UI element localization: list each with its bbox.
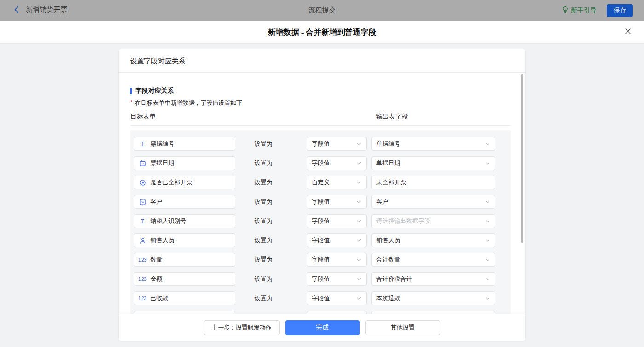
value-mode-label: 字段值 xyxy=(312,217,330,225)
chevron-down-icon xyxy=(485,160,490,166)
target-field-label: 数量 xyxy=(150,256,162,264)
output-field-select[interactable]: 单据日期 xyxy=(371,156,495,170)
set-as-label: 设置为 xyxy=(245,195,282,209)
value-mode-label: 字段值 xyxy=(312,140,330,148)
output-field-label: 合计数量 xyxy=(376,256,400,264)
output-field-label: 合计价税合计 xyxy=(376,275,412,283)
column-output-field: 输出表字段 xyxy=(376,113,408,121)
output-field-label: 未全部开票 xyxy=(376,178,406,187)
output-field-select[interactable] xyxy=(371,311,495,314)
dialog-body: 设置字段对应关系 字段对应关系 *在目标表单中新增数据，字段值设置如下 目标表单… xyxy=(0,44,644,347)
chevron-down-icon xyxy=(356,160,362,166)
dialog-header: 新增数据 - 合并新增到普通字段 xyxy=(0,21,644,44)
value-mode-label: 字段值 xyxy=(312,236,330,245)
chevron-down-icon xyxy=(356,141,362,147)
target-field-label: 金额 xyxy=(150,275,162,283)
column-headers: 目标表单 输出表字段 xyxy=(130,113,511,122)
mapping-row: 客户 设置为 字段值 客户 xyxy=(130,195,511,209)
chevron-down-icon xyxy=(485,199,490,205)
svg-text:7: 7 xyxy=(142,162,144,165)
header-divider xyxy=(130,125,511,126)
vertical-scrollbar[interactable] xyxy=(521,74,523,243)
target-field: T 票据编号 xyxy=(134,137,235,151)
section-heading: 字段对应关系 xyxy=(130,87,174,95)
value-mode-select[interactable]: 字段值 xyxy=(307,291,367,305)
number-field-icon: 123 xyxy=(139,296,146,301)
save-button[interactable]: 保存 xyxy=(607,4,633,17)
previous-step-button[interactable]: 上一步：设置触发动作 xyxy=(204,320,280,335)
set-as-label: 设置为 xyxy=(245,137,282,151)
top-navbar: 新增销货开票 流程提交 新手引导 保存 xyxy=(0,0,644,21)
card-footer: 上一步：设置触发动作 完成 其他设置 xyxy=(119,314,525,341)
target-field-label: 票据日期 xyxy=(150,159,174,167)
output-field-select[interactable]: 本次退款 xyxy=(371,291,495,305)
value-mode-select[interactable] xyxy=(307,311,367,314)
target-field: 7 票据日期 xyxy=(134,156,235,170)
radio-field-icon xyxy=(139,179,146,186)
chevron-down-icon xyxy=(356,296,362,301)
output-field-label: 销售人员 xyxy=(376,236,400,245)
target-field-label: 销售人员 xyxy=(150,236,174,245)
chevron-down-icon xyxy=(485,218,490,224)
target-field: T 纳税人识别号 xyxy=(134,214,235,228)
beginner-guide-link[interactable]: 新手引导 xyxy=(562,6,597,15)
chevron-down-icon xyxy=(356,180,362,185)
chevron-down-icon xyxy=(356,218,362,224)
column-target-form: 目标表单 xyxy=(130,113,156,121)
value-mode-select[interactable]: 字段值 xyxy=(307,272,367,286)
chevron-down-icon xyxy=(356,199,362,205)
chevron-down-icon xyxy=(356,276,362,282)
output-field-label: 请选择输出数据字段 xyxy=(376,217,430,225)
mapping-row: T 票据编号 设置为 字段值 单据编号 xyxy=(130,137,511,151)
section-title: 字段对应关系 xyxy=(135,87,174,95)
navbar-right: 新手引导 保存 xyxy=(562,0,633,21)
mapping-row: 是否已全部开票 设置为 自定义 未全部开票 xyxy=(130,176,511,189)
output-field-select[interactable]: 客户 xyxy=(371,195,495,209)
mapping-row: 销售人员 设置为 字段值 销售人员 xyxy=(130,233,511,247)
date-field-icon: 7 xyxy=(139,160,146,167)
chevron-down-icon xyxy=(485,257,490,262)
text-field-icon: T xyxy=(139,141,146,148)
card-header-title: 设置字段对应关系 xyxy=(130,49,185,73)
mapping-row xyxy=(130,311,511,314)
screen: 新增销货开票 流程提交 新手引导 保存 新增数据 - 合并新增到普通字段 xyxy=(0,0,644,347)
chevron-down-icon xyxy=(485,276,490,282)
value-mode-label: 自定义 xyxy=(312,178,330,187)
output-field-label: 本次退款 xyxy=(376,294,400,302)
value-mode-select[interactable]: 字段值 xyxy=(307,253,367,267)
target-field-label: 是否已全部开票 xyxy=(150,178,192,187)
select-field-icon xyxy=(139,199,146,205)
other-settings-button[interactable]: 其他设置 xyxy=(365,320,440,335)
target-field: 123 已收款 xyxy=(134,291,235,305)
output-field-select[interactable]: 销售人员 xyxy=(371,233,495,247)
value-mode-select[interactable]: 自定义 xyxy=(307,176,367,189)
lightbulb-icon xyxy=(562,6,569,15)
value-mode-select[interactable]: 字段值 xyxy=(307,156,367,170)
output-field-label: 单据日期 xyxy=(376,159,400,167)
value-mode-select[interactable]: 字段值 xyxy=(307,233,367,247)
output-field-select[interactable]: 单据编号 xyxy=(371,137,495,151)
value-mode-label: 字段值 xyxy=(312,198,330,206)
value-mode-label: 字段值 xyxy=(312,159,330,167)
target-field: 123 金额 xyxy=(134,272,235,286)
user-field-icon xyxy=(139,237,146,244)
navbar-center-title: 流程提交 xyxy=(0,6,644,15)
set-as-label: 设置为 xyxy=(245,233,282,247)
value-mode-select[interactable]: 字段值 xyxy=(307,214,367,228)
value-mode-select[interactable]: 字段值 xyxy=(307,137,367,151)
number-field-icon: 123 xyxy=(139,257,146,262)
output-field-select[interactable]: 合计价税合计 xyxy=(371,272,495,286)
output-field-select[interactable]: 合计数量 xyxy=(371,253,495,267)
done-button[interactable]: 完成 xyxy=(285,320,360,335)
mapping-row: 123 已收款 设置为 字段值 本次退款 xyxy=(130,291,511,305)
value-mode-select[interactable]: 字段值 xyxy=(307,195,367,209)
output-field-label: 单据编号 xyxy=(376,140,400,148)
set-as-label: 设置为 xyxy=(245,272,282,286)
close-button[interactable] xyxy=(623,27,633,37)
required-note: *在目标表单中新增数据，字段值设置如下 xyxy=(130,99,242,107)
set-as-label: 设置为 xyxy=(245,214,282,228)
output-field-select[interactable]: 请选择输出数据字段 xyxy=(371,214,495,228)
target-field-label: 客户 xyxy=(150,198,162,206)
card-header: 设置字段对应关系 xyxy=(119,49,525,73)
output-value-input[interactable]: 未全部开票 xyxy=(371,176,495,189)
